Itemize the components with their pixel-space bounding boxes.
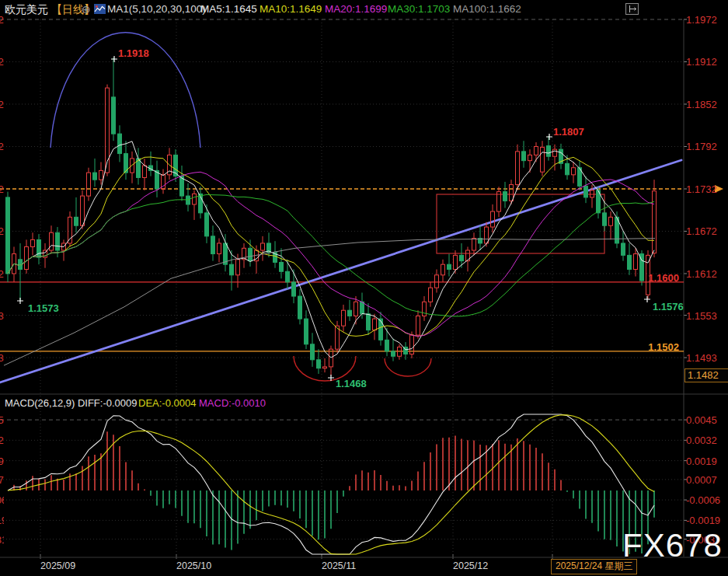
extreme-cross-marker [546,134,552,140]
zoom-plus-icon[interactable]: ⊕ [82,2,91,17]
candle-up [485,227,489,243]
ma100-line [4,239,655,366]
candle-down [379,319,383,340]
left-axis-clipped-label: -0.0019 [0,515,4,526]
macd-dea-value: DEA:-0.0004 [138,397,196,409]
candle-down [75,217,78,225]
macd-diff-line [8,414,654,554]
candle-down [186,196,190,204]
candle-up [590,190,594,197]
price-axis-label: 1.1672 [686,225,717,237]
price-axis-label: 1.1912 [686,56,717,68]
chart-canvas[interactable] [0,0,728,576]
candle-down [118,134,122,153]
candle-down [503,192,507,201]
candle-up [261,243,265,250]
macd-value: MACD:-0.0010 [199,397,266,409]
candle-down [205,213,209,236]
candle-down [305,319,308,344]
left-axis-clipped-label: -0.0006 [0,494,4,506]
chart-price-label: 1.1468 [336,378,367,389]
ma20-value: MA20:1.1699 [325,2,387,17]
candle-down [298,296,302,319]
candle-up [528,155,532,160]
candle-up [609,217,613,225]
candle-down [628,255,632,269]
ma-settings-label: MA1(5,10,20,30,100) [107,2,206,17]
axis-price-box: 1.1482 [684,368,728,382]
candle-down [112,97,116,134]
candle-up [323,367,327,368]
candle-up [454,255,458,269]
candle-up [553,149,557,156]
chart-price-label: 1.1573 [28,302,59,314]
macd-dea-line [8,415,654,554]
chart-price-label: 1.1807 [553,126,584,138]
x-axis-label: 2025/09 [40,560,75,571]
candle-up [342,310,346,326]
candle-down [211,236,215,254]
candle-down [566,163,570,175]
candle-down [249,248,253,260]
symbol-name: 欧元美元 [5,2,48,17]
candle-down [448,264,451,269]
candle-up [423,302,427,316]
candle-down [6,197,10,274]
candle-up [354,302,358,316]
candle-down [317,360,321,368]
candle-up [435,275,439,288]
price-axis-label: 1.1732 [686,183,717,195]
trading-chart-app: { "titlebar": { "symbol": "欧元美元", "perio… [0,0,728,576]
candle-down [361,302,364,313]
macd-indicator-header: MACD(26,12,9) DIFF:-0.0009 DEA:-0.0004 M… [0,397,728,410]
price-axis-label: 1.1493 [686,352,717,364]
candle-up [50,232,54,250]
candle-down [37,239,41,257]
candle-up [106,88,110,173]
left-axis-clipped-label: 0.0007 [0,474,4,486]
left-axis-clipped-label: 1.1912 [0,56,4,68]
macd-axis-label: 0.0045 [686,414,717,426]
price-axis-label: 1.1612 [686,268,717,280]
macd-axis-label: -0.0019 [686,515,720,526]
left-axis-clipped-label: 1.1792 [0,141,4,152]
candle-up [373,319,377,330]
ma5-value: MA5:1.1645 [200,2,257,17]
macd-axis-label: 0.0032 [686,435,717,446]
left-axis-clipped-label: 1.1553 [0,310,4,322]
candle-down [547,146,551,157]
shift-right-icon[interactable] [625,3,639,15]
left-axis-clipped-label: 0.0019 [0,456,4,467]
candle-up [416,316,420,335]
candle-up [535,146,538,155]
candle-up [193,194,197,204]
macd-axis-label: 0.0019 [686,456,717,467]
x-axis-label: 2025/12 [453,560,488,571]
ma30-line [8,194,654,316]
chart-price-label: 1.1576 [653,301,684,312]
left-axis-clipped-label: 1.1493 [0,352,4,364]
price-axis-label: 1.1852 [686,99,717,110]
candle-down [367,314,371,330]
candle-down [56,232,60,250]
candle-up [491,211,495,227]
left-axis-clipped-label: -0.0031 [0,534,4,546]
left-axis-clipped-label: 1.1852 [0,99,4,110]
candle-up [634,254,638,270]
extreme-cross-marker [644,296,650,302]
candle-down [622,243,625,255]
candle-down [93,173,97,180]
candle-down [348,310,352,316]
candle-down [522,152,526,161]
chart-type-icon[interactable] [94,3,106,19]
candle-up [218,243,221,254]
macd-axis-label: 0.0007 [686,474,717,486]
x-axis-label: 2025/10 [176,560,211,571]
left-axis-clipped-label: 1.1612 [0,268,4,280]
candle-up [143,166,147,177]
candle-up [510,185,514,201]
fx678-watermark: FX678 [622,527,723,564]
candle-down [230,264,234,275]
price-axis-label: 1.1792 [686,141,717,152]
candle-up [81,196,85,225]
